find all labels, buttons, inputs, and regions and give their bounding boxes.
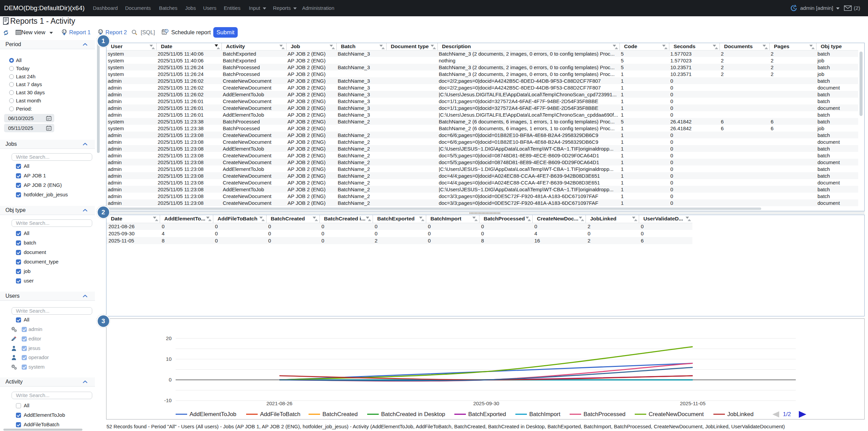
svg-text:-10: -10 <box>164 397 172 403</box>
svg-text:20: 20 <box>166 335 172 341</box>
svg-text:2025-09-30: 2025-09-30 <box>473 400 499 406</box>
svg-text:2025-11-05: 2025-11-05 <box>680 400 706 406</box>
svg-text:12: 12 <box>163 32 165 34</box>
svg-text:2021-08-26: 2021-08-26 <box>267 400 293 406</box>
svg-text:10: 10 <box>166 356 172 362</box>
svg-text:0: 0 <box>169 377 172 383</box>
